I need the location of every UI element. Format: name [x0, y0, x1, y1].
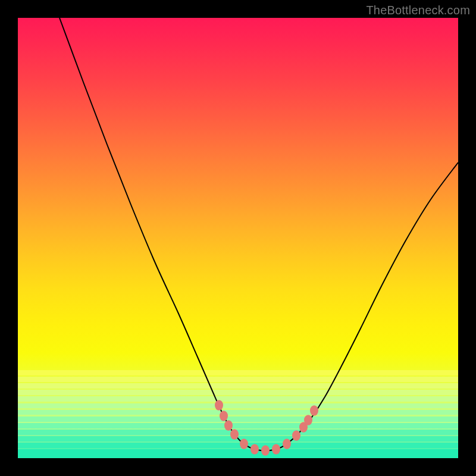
- marker-dot: [310, 405, 318, 416]
- marker-dot: [230, 429, 239, 440]
- marker-dot: [250, 444, 259, 455]
- plot-area: [18, 18, 458, 458]
- chart-frame: TheBottleneck.com: [0, 0, 476, 476]
- marker-dot: [283, 439, 291, 449]
- marker-dot: [220, 411, 228, 421]
- marker-dot: [261, 445, 270, 456]
- markers-svg: [18, 18, 458, 458]
- marker-dot: [304, 415, 312, 425]
- marker-dot: [272, 444, 280, 455]
- marker-dot: [240, 439, 248, 449]
- marker-dot: [292, 430, 300, 441]
- marker-dot: [215, 400, 223, 411]
- marker-dot: [224, 420, 233, 431]
- markers-layer: [18, 18, 458, 458]
- attribution-label: TheBottleneck.com: [366, 4, 470, 17]
- markers-group: [215, 400, 318, 456]
